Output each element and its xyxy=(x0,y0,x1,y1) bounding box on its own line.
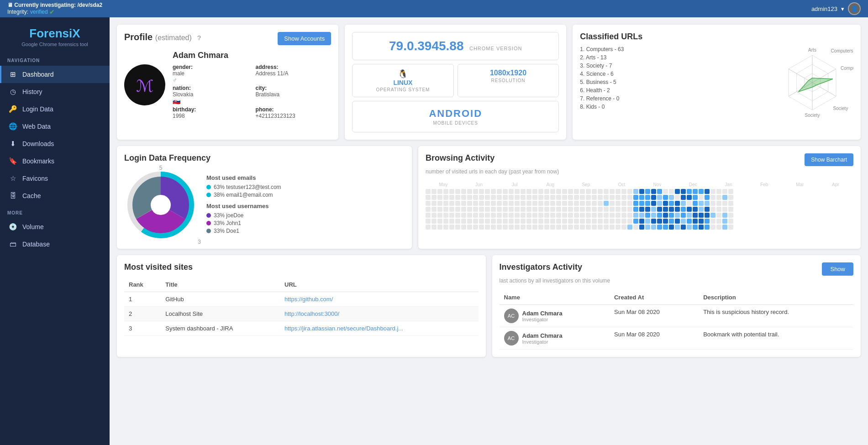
heatmap-cell xyxy=(461,207,466,212)
heatmap-cell xyxy=(651,219,656,224)
heatmap-cell xyxy=(568,207,573,212)
sidebar-item-label: Volume xyxy=(22,223,44,230)
inv-header-row: Name Created At Description xyxy=(500,290,854,305)
heatmap-cell xyxy=(503,189,508,194)
sidebar-item-database[interactable]: 🗃 Database xyxy=(0,236,110,252)
heatmap-cell xyxy=(627,219,632,224)
show-investigators-button[interactable]: Show xyxy=(822,262,853,276)
heatmap-cell xyxy=(615,207,621,212)
heatmap-cell xyxy=(699,189,704,194)
investigating-text: 🖥 Currently investigating: /dev/sda2 xyxy=(7,2,102,8)
investigator-avatar: AC xyxy=(504,331,519,346)
heatmap-cell xyxy=(556,207,561,212)
heatmap-grid xyxy=(426,189,853,230)
heatmap-cell xyxy=(473,195,478,200)
heatmap-cell xyxy=(532,225,537,230)
list-item: Business - 5 xyxy=(580,79,767,85)
sidebar-item-login-data[interactable]: 🔑 Login Data xyxy=(0,100,110,118)
heatmap-col xyxy=(503,189,508,230)
stat-item: 38% email1@email.com xyxy=(206,192,405,198)
resolution-value: 1080x1920 xyxy=(463,69,554,77)
heatmap-cell xyxy=(574,213,579,218)
heatmap-cell xyxy=(627,207,632,212)
profile-info: Adam Chmara gender: male ♂ address: Addr… xyxy=(173,51,331,119)
heatmap-cell xyxy=(687,225,692,230)
heatmap-cell xyxy=(556,189,561,194)
heatmap-cell xyxy=(473,201,478,206)
sidebar-item-favicons[interactable]: ☆ Favicons xyxy=(0,170,110,187)
heatmap-cell xyxy=(568,213,573,218)
month-label: Sep xyxy=(568,182,604,187)
heatmap-cell xyxy=(705,213,710,218)
browsing-header: Browsing Activity number of visited urls… xyxy=(426,153,853,180)
heatmap-cell xyxy=(621,225,626,230)
heatmap-col xyxy=(710,189,715,230)
help-icon[interactable]: ? xyxy=(197,34,201,42)
inv-name-group: AC Adam Chmara Investigator xyxy=(504,309,605,323)
show-barchart-button[interactable]: Show Barchart xyxy=(805,153,853,166)
star-icon: ☆ xyxy=(9,174,17,183)
heatmap-col xyxy=(722,189,727,230)
heatmap-cell xyxy=(479,201,484,206)
heatmap-col xyxy=(443,189,448,230)
heatmap-cell xyxy=(687,195,692,200)
title-cell: Localhost Site xyxy=(161,307,280,321)
heatmap-cell xyxy=(473,189,478,194)
sidebar-item-history[interactable]: ◷ History xyxy=(0,83,110,100)
profile-title-text: Profile xyxy=(124,32,153,42)
sidebar-item-dashboard[interactable]: ⊞ Dashboard xyxy=(0,66,110,83)
url-cell: http://localhost:3000/ xyxy=(280,307,478,321)
browsing-title: Browsing Activity xyxy=(426,153,559,163)
heatmap-cell xyxy=(669,195,674,200)
heatmap-cell xyxy=(473,219,478,224)
heatmap-cell xyxy=(675,225,680,230)
username-stat-2: 33% John1 xyxy=(214,220,241,226)
heatmap-cell xyxy=(479,195,484,200)
sidebar-item-downloads[interactable]: ⬇ Downloads xyxy=(0,135,110,152)
heatmap-cell xyxy=(544,213,549,218)
month-label: May xyxy=(426,182,461,187)
heatmap-cell xyxy=(443,189,448,194)
chevron-down-icon[interactable]: ▾ xyxy=(841,5,844,12)
sidebar-item-web-data[interactable]: 🌐 Web Data xyxy=(0,118,110,135)
heatmap-cell xyxy=(538,213,543,218)
heatmap-cell xyxy=(574,225,579,230)
heatmap-cell xyxy=(598,219,603,224)
heatmap-cell xyxy=(503,213,508,218)
heatmap-cell xyxy=(431,207,437,212)
heatmap-col xyxy=(728,189,733,230)
table-header-row: Rank Title URL xyxy=(124,277,479,292)
heatmap-cell xyxy=(615,189,621,194)
profile-title: Profile (estimated) ? xyxy=(124,32,201,42)
profile-estimated: (estimated) xyxy=(155,34,192,42)
heatmap-cell xyxy=(610,207,615,212)
heatmap-cell xyxy=(544,189,549,194)
heatmap-cell xyxy=(515,201,520,206)
show-accounts-button[interactable]: Show Accounts xyxy=(278,32,331,45)
sidebar-item-bookmarks[interactable]: 🔖 Bookmarks xyxy=(0,152,110,170)
heatmap-cell xyxy=(580,189,585,194)
heatmap-cell xyxy=(663,213,668,218)
heatmap-cell xyxy=(710,189,715,194)
month-label: Apr xyxy=(818,182,853,187)
heatmap-cell xyxy=(722,201,727,206)
resolution-box: 1080x1920 RESOLUTION xyxy=(458,64,559,97)
heatmap-cell xyxy=(550,213,555,218)
heatmap-cell xyxy=(562,219,567,224)
browsing-title-group: Browsing Activity number of visited urls… xyxy=(426,153,559,180)
heatmap-cell xyxy=(728,201,733,206)
inv-name-info: Adam Chmara Investigator xyxy=(522,332,563,345)
stat-item: 33% joeDoe xyxy=(206,212,405,219)
sidebar-item-volume[interactable]: 💿 Volume xyxy=(0,218,110,236)
heatmap-cell xyxy=(716,195,721,200)
heatmap-cell xyxy=(509,207,514,212)
heatmap-cell xyxy=(568,201,573,206)
heatmap-cell xyxy=(592,195,597,200)
col-url: URL xyxy=(280,277,478,292)
sidebar-item-cache[interactable]: 🗄 Cache xyxy=(0,187,110,204)
heatmap-cell xyxy=(705,201,710,206)
svg-text:Arts: Arts xyxy=(808,47,816,52)
heatmap-cell xyxy=(485,207,490,212)
user-avatar[interactable]: 👤 xyxy=(848,2,861,15)
heatmap-col xyxy=(663,189,668,230)
